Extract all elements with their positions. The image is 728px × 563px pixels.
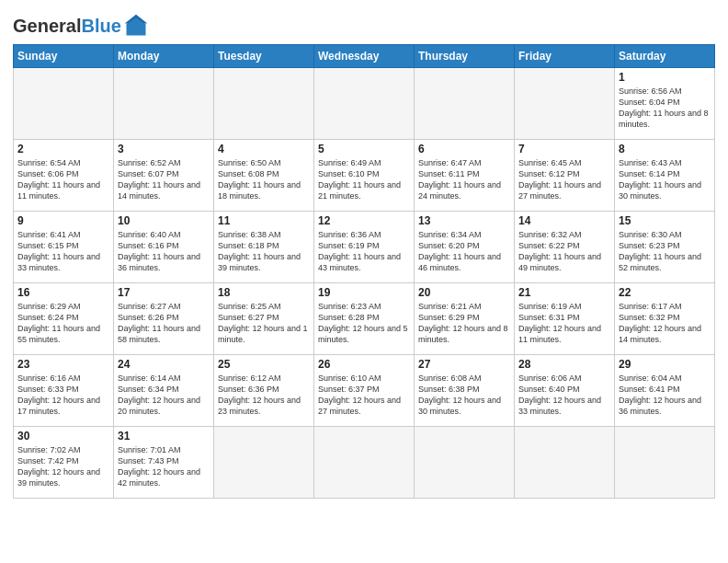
day-number: 24 <box>118 358 210 371</box>
calendar-cell <box>214 427 314 499</box>
day-info: Sunrise: 6:14 AMSunset: 6:34 PMDaylight:… <box>118 373 210 418</box>
day-number: 13 <box>418 214 510 227</box>
day-number: 30 <box>17 430 109 442</box>
day-number: 19 <box>318 286 410 299</box>
calendar-cell <box>515 427 615 499</box>
day-number: 12 <box>318 214 410 227</box>
day-info: Sunrise: 6:40 AMSunset: 6:16 PMDaylight:… <box>118 229 210 274</box>
day-info: Sunrise: 6:10 AMSunset: 6:37 PMDaylight:… <box>318 373 410 418</box>
calendar-cell: 28Sunrise: 6:06 AMSunset: 6:40 PMDayligh… <box>515 355 615 427</box>
day-number: 16 <box>17 286 109 299</box>
calendar-cell <box>214 68 314 140</box>
calendar-cell: 7Sunrise: 6:45 AMSunset: 6:12 PMDaylight… <box>515 140 615 212</box>
weekday-header-wednesday: Wednesday <box>314 45 415 68</box>
calendar-cell: 11Sunrise: 6:38 AMSunset: 6:18 PMDayligh… <box>214 212 314 283</box>
day-number: 11 <box>218 214 310 227</box>
weekday-header-sunday: Sunday <box>14 45 114 68</box>
day-number: 25 <box>218 358 310 371</box>
day-number: 26 <box>318 358 410 371</box>
day-number: 10 <box>118 214 210 227</box>
day-info: Sunrise: 6:49 AMSunset: 6:10 PMDaylight:… <box>318 157 410 202</box>
day-number: 5 <box>318 143 410 155</box>
day-info: Sunrise: 6:47 AMSunset: 6:11 PMDaylight:… <box>418 157 510 202</box>
day-info: Sunrise: 6:27 AMSunset: 6:26 PMDaylight:… <box>118 301 210 346</box>
day-info: Sunrise: 6:06 AMSunset: 6:40 PMDaylight:… <box>518 373 610 418</box>
calendar-week-6: 30Sunrise: 7:02 AMSunset: 7:42 PMDayligh… <box>14 427 715 499</box>
calendar-cell: 12Sunrise: 6:36 AMSunset: 6:19 PMDayligh… <box>314 212 415 283</box>
calendar-cell: 10Sunrise: 6:40 AMSunset: 6:16 PMDayligh… <box>114 212 214 283</box>
day-info: Sunrise: 6:21 AMSunset: 6:29 PMDaylight:… <box>418 301 510 346</box>
day-info: Sunrise: 6:23 AMSunset: 6:28 PMDaylight:… <box>318 301 410 346</box>
calendar-cell: 3Sunrise: 6:52 AMSunset: 6:07 PMDaylight… <box>114 140 214 212</box>
day-info: Sunrise: 6:17 AMSunset: 6:32 PMDaylight:… <box>619 301 711 346</box>
day-number: 29 <box>619 358 711 371</box>
day-number: 4 <box>218 143 310 155</box>
calendar-cell <box>615 427 715 499</box>
svg-marker-0 <box>126 17 145 36</box>
day-info: Sunrise: 6:43 AMSunset: 6:14 PMDaylight:… <box>619 157 711 202</box>
day-info: Sunrise: 6:38 AMSunset: 6:18 PMDaylight:… <box>218 229 310 274</box>
calendar-cell: 27Sunrise: 6:08 AMSunset: 6:38 PMDayligh… <box>415 355 515 427</box>
calendar-cell <box>515 68 615 140</box>
calendar-cell: 25Sunrise: 6:12 AMSunset: 6:36 PMDayligh… <box>214 355 314 427</box>
calendar-cell: 21Sunrise: 6:19 AMSunset: 6:31 PMDayligh… <box>515 283 615 355</box>
calendar-cell <box>415 68 515 140</box>
day-info: Sunrise: 6:30 AMSunset: 6:23 PMDaylight:… <box>619 229 711 274</box>
calendar-week-4: 16Sunrise: 6:29 AMSunset: 6:24 PMDayligh… <box>14 283 715 355</box>
calendar-cell: 26Sunrise: 6:10 AMSunset: 6:37 PMDayligh… <box>314 355 415 427</box>
calendar-cell: 16Sunrise: 6:29 AMSunset: 6:24 PMDayligh… <box>14 283 114 355</box>
day-number: 1 <box>619 71 711 84</box>
calendar-cell: 4Sunrise: 6:50 AMSunset: 6:08 PMDaylight… <box>214 140 314 212</box>
day-info: Sunrise: 7:01 AMSunset: 7:43 PMDaylight:… <box>118 444 210 489</box>
day-number: 28 <box>518 358 610 371</box>
day-info: Sunrise: 6:36 AMSunset: 6:19 PMDaylight:… <box>318 229 410 274</box>
day-info: Sunrise: 6:25 AMSunset: 6:27 PMDaylight:… <box>218 301 310 346</box>
calendar-cell: 18Sunrise: 6:25 AMSunset: 6:27 PMDayligh… <box>214 283 314 355</box>
logo: GeneralBlue <box>13 13 149 39</box>
day-info: Sunrise: 6:34 AMSunset: 6:20 PMDaylight:… <box>418 229 510 274</box>
day-info: Sunrise: 6:08 AMSunset: 6:38 PMDaylight:… <box>418 373 510 418</box>
calendar-header-row: SundayMondayTuesdayWednesdayThursdayFrid… <box>14 45 715 68</box>
calendar-cell: 24Sunrise: 6:14 AMSunset: 6:34 PMDayligh… <box>114 355 214 427</box>
weekday-header-tuesday: Tuesday <box>214 45 314 68</box>
calendar-cell: 17Sunrise: 6:27 AMSunset: 6:26 PMDayligh… <box>114 283 214 355</box>
day-number: 27 <box>418 358 510 371</box>
day-number: 22 <box>619 286 711 299</box>
calendar-cell <box>314 68 415 140</box>
day-number: 15 <box>619 214 711 227</box>
header: GeneralBlue <box>13 9 715 39</box>
calendar-cell: 15Sunrise: 6:30 AMSunset: 6:23 PMDayligh… <box>615 212 715 283</box>
calendar-cell: 2Sunrise: 6:54 AMSunset: 6:06 PMDaylight… <box>14 140 114 212</box>
day-number: 21 <box>518 286 610 299</box>
calendar-cell: 5Sunrise: 6:49 AMSunset: 6:10 PMDaylight… <box>314 140 415 212</box>
day-info: Sunrise: 6:32 AMSunset: 6:22 PMDaylight:… <box>518 229 610 274</box>
calendar-cell: 22Sunrise: 6:17 AMSunset: 6:32 PMDayligh… <box>615 283 715 355</box>
calendar-cell: 13Sunrise: 6:34 AMSunset: 6:20 PMDayligh… <box>415 212 515 283</box>
calendar-cell <box>415 427 515 499</box>
day-number: 17 <box>118 286 210 299</box>
calendar-cell: 1Sunrise: 6:56 AMSunset: 6:04 PMDaylight… <box>615 68 715 140</box>
day-number: 14 <box>518 214 610 227</box>
day-number: 2 <box>17 143 109 155</box>
calendar-cell: 6Sunrise: 6:47 AMSunset: 6:11 PMDaylight… <box>415 140 515 212</box>
logo-text: GeneralBlue <box>13 16 121 37</box>
day-number: 6 <box>418 143 510 155</box>
day-info: Sunrise: 6:50 AMSunset: 6:08 PMDaylight:… <box>218 157 310 202</box>
day-info: Sunrise: 6:19 AMSunset: 6:31 PMDaylight:… <box>518 301 610 346</box>
calendar: SundayMondayTuesdayWednesdayThursdayFrid… <box>13 44 715 499</box>
day-number: 23 <box>17 358 109 371</box>
calendar-week-2: 2Sunrise: 6:54 AMSunset: 6:06 PMDaylight… <box>14 140 715 212</box>
calendar-cell <box>14 68 114 140</box>
calendar-cell: 8Sunrise: 6:43 AMSunset: 6:14 PMDaylight… <box>615 140 715 212</box>
weekday-header-friday: Friday <box>515 45 615 68</box>
weekday-header-monday: Monday <box>114 45 214 68</box>
day-info: Sunrise: 6:29 AMSunset: 6:24 PMDaylight:… <box>17 301 109 346</box>
calendar-cell: 19Sunrise: 6:23 AMSunset: 6:28 PMDayligh… <box>314 283 415 355</box>
day-info: Sunrise: 6:12 AMSunset: 6:36 PMDaylight:… <box>218 373 310 418</box>
day-number: 20 <box>418 286 510 299</box>
calendar-cell: 20Sunrise: 6:21 AMSunset: 6:29 PMDayligh… <box>415 283 515 355</box>
day-number: 8 <box>619 143 711 155</box>
day-info: Sunrise: 6:52 AMSunset: 6:07 PMDaylight:… <box>118 157 210 202</box>
calendar-cell: 30Sunrise: 7:02 AMSunset: 7:42 PMDayligh… <box>14 427 114 499</box>
weekday-header-thursday: Thursday <box>415 45 515 68</box>
